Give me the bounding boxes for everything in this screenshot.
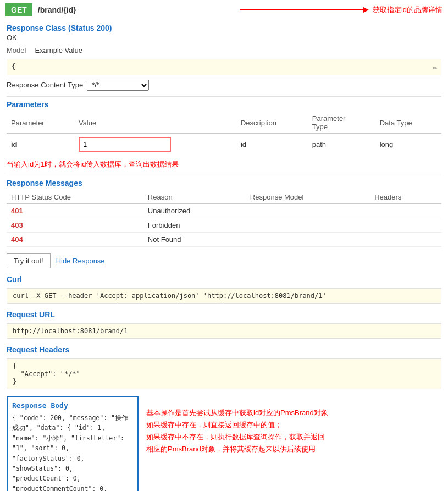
arrow-container: 获取指定id的品牌详情 bbox=[240, 5, 443, 15]
request-headers-section: Request Headers { "Accept": "*/*" } bbox=[0, 343, 448, 394]
annotation-line-3: 如果缓存中不存在，则执行数据库查询操作，获取并返回 bbox=[146, 431, 441, 443]
try-it-row: Try it out! Hide Response bbox=[0, 249, 448, 273]
response-body-box: Response Body { "code": 200, "message": … bbox=[7, 396, 139, 491]
col-reason: Reason bbox=[143, 191, 246, 204]
response-status-text: OK bbox=[0, 34, 448, 44]
curl-value: curl -X GET --header 'Accept: applicatio… bbox=[7, 288, 441, 304]
parameters-table: Parameter Value Description ParameterTyp… bbox=[7, 112, 441, 155]
value-input-container bbox=[79, 137, 171, 152]
param-type-id: path bbox=[308, 134, 375, 156]
model-401 bbox=[246, 204, 370, 218]
table-row: 401 Unauthorized bbox=[7, 204, 441, 218]
response-messages-title: Response Messages bbox=[0, 176, 448, 189]
endpoint-description: 获取指定id的品牌详情 bbox=[373, 5, 443, 15]
response-content-type-row: Response Content Type */* application/js… bbox=[0, 78, 448, 95]
col-value: Value bbox=[74, 112, 236, 134]
response-content-type-select[interactable]: */* application/json text/plain bbox=[87, 80, 149, 91]
json-preview-box: { ✏ bbox=[7, 59, 441, 75]
headers-403 bbox=[370, 218, 441, 233]
model-label: Model bbox=[7, 46, 26, 54]
param-value-cell bbox=[74, 134, 236, 156]
request-headers-title: Request Headers bbox=[7, 345, 441, 356]
divider-1 bbox=[7, 96, 441, 97]
response-body-title: Response Body bbox=[12, 401, 133, 410]
param-datatype-id: long bbox=[375, 134, 441, 156]
status-403: 403 bbox=[7, 218, 143, 233]
request-url-value: http://localhost:8081/brand/1 bbox=[7, 323, 441, 339]
parameters-title: Parameters bbox=[0, 98, 448, 110]
curl-title: Curl bbox=[7, 275, 441, 286]
response-body-content: { "code": 200, "message": "操作成功", "data"… bbox=[12, 413, 133, 491]
headers-401 bbox=[370, 204, 441, 218]
arrow-line bbox=[240, 9, 368, 10]
col-data-type: Data Type bbox=[375, 112, 441, 134]
response-content-type-label: Response Content Type bbox=[7, 81, 83, 89]
param-desc-id: id bbox=[236, 134, 308, 156]
try-it-button[interactable]: Try it out! bbox=[7, 253, 51, 268]
reason-404: Not Found bbox=[143, 233, 246, 247]
param-annotation: 当输入id为1时，就会将id传入数据库，查询出数据结果 bbox=[0, 157, 185, 174]
col-response-model: Response Model bbox=[246, 191, 370, 204]
divider-2 bbox=[7, 175, 441, 175]
col-param-type: ParameterType bbox=[308, 112, 375, 134]
response-class-title: Response Class (Status 200) bbox=[0, 20, 448, 34]
annotation-line-2: 如果缓存中存在，则直接返回缓存中的值； bbox=[146, 419, 441, 431]
endpoint-path: /brand/{id} bbox=[38, 5, 240, 14]
table-row: 404 Not Found bbox=[7, 233, 441, 247]
model-403 bbox=[246, 218, 370, 233]
example-value-tab[interactable]: Example Value bbox=[31, 45, 85, 56]
annotation-line-1: 基本操作是首先尝试从缓存中获取id对应的PmsBrand对象 bbox=[146, 407, 441, 419]
response-body-section: Response Body { "code": 200, "message": … bbox=[0, 394, 448, 491]
table-row: 403 Forbidden bbox=[7, 218, 441, 233]
curl-section: Curl curl -X GET --header 'Accept: appli… bbox=[0, 273, 448, 308]
col-http-status: HTTP Status Code bbox=[7, 191, 143, 204]
col-parameter: Parameter bbox=[7, 112, 74, 134]
response-annotation-block: 基本操作是首先尝试从缓存中获取id对应的PmsBrand对象 如果缓存中存在，则… bbox=[146, 396, 441, 491]
model-row: Model Example Value bbox=[0, 44, 448, 57]
json-preview-content: { bbox=[12, 63, 15, 70]
model-404 bbox=[246, 233, 370, 247]
request-url-title: Request URL bbox=[7, 310, 441, 321]
table-row: id id path long bbox=[7, 134, 441, 156]
request-url-section: Request URL http://localhost:8081/brand/… bbox=[0, 308, 448, 343]
reason-403: Forbidden bbox=[143, 218, 246, 233]
headers-404 bbox=[370, 233, 441, 247]
hide-response-link[interactable]: Hide Response bbox=[56, 257, 105, 265]
model-tabs[interactable]: Example Value bbox=[31, 46, 85, 54]
col-headers: Headers bbox=[370, 191, 441, 204]
top-bar: GET /brand/{id} 获取指定id的品牌详情 bbox=[0, 0, 448, 20]
http-method-badge: GET bbox=[5, 3, 32, 16]
edit-icon[interactable]: ✏ bbox=[433, 63, 438, 71]
request-headers-value: { "Accept": "*/*" } bbox=[7, 358, 441, 389]
param-name-id: id bbox=[7, 134, 74, 156]
annotation-line-4: 相应的PmsBrand对象，并将其缓存起来以供后续使用 bbox=[146, 443, 441, 455]
param-value-input[interactable] bbox=[81, 139, 169, 150]
status-404: 404 bbox=[7, 233, 143, 247]
col-description: Description bbox=[236, 112, 308, 134]
reason-401: Unauthorized bbox=[143, 204, 246, 218]
response-messages-table: HTTP Status Code Reason Response Model H… bbox=[7, 191, 441, 247]
status-401: 401 bbox=[7, 204, 143, 218]
